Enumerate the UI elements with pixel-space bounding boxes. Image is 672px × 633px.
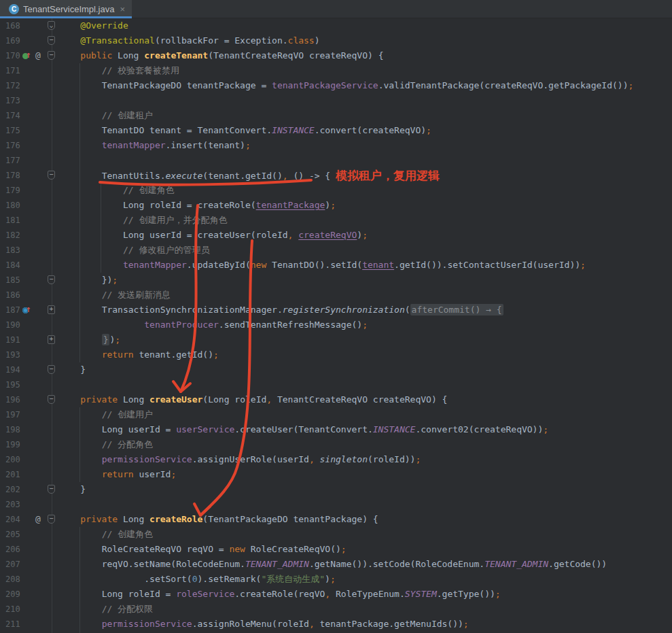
line-number[interactable]: 203 (5, 497, 20, 512)
fold-marker-icon[interactable]: + (48, 305, 55, 314)
line-number[interactable]: 210 (5, 602, 20, 617)
line-number[interactable]: 180 (5, 198, 20, 213)
line-number[interactable]: 182 (5, 228, 20, 243)
code-line[interactable]: 178− TenantUtils.execute(tenant.getId(),… (0, 168, 672, 183)
code-line[interactable]: 176 tenantMapper.insert(tenant); (0, 138, 672, 153)
line-number[interactable]: 186 (5, 288, 20, 303)
code-line[interactable]: 185− }); (0, 273, 672, 288)
code-line[interactable]: 210 // 分配权限 (0, 602, 672, 617)
fold-marker-icon[interactable]: − (48, 275, 55, 284)
line-number[interactable]: 170 (5, 48, 20, 63)
code-line[interactable]: 171 // 校验套餐被禁用 (0, 63, 672, 78)
line-number[interactable]: 183 (5, 243, 20, 258)
fold-marker-icon[interactable]: ⌄ (48, 21, 55, 30)
code-line[interactable]: 187↑+ TransactionSynchronizationManager.… (0, 303, 672, 318)
code-line[interactable]: 168⌄ @Override (0, 18, 672, 33)
fold-marker-icon[interactable]: − (48, 515, 55, 524)
fold-marker-icon[interactable]: − (48, 485, 55, 494)
code-line[interactable]: 190 tenantProducer.sendTenantRefreshMess… (0, 318, 672, 332)
override-marker-icon[interactable]: ↑ (22, 50, 32, 61)
code-line[interactable]: 202− } (0, 482, 672, 497)
code-line[interactable]: 179 // 创建角色 (0, 183, 672, 198)
fold-marker-icon[interactable]: − (48, 365, 55, 374)
line-number[interactable]: 175 (5, 123, 20, 138)
code-line[interactable]: 196− private Long createUser(Long roleId… (0, 392, 672, 407)
fold-marker-icon[interactable]: − (48, 395, 55, 404)
line-number[interactable]: 198 (5, 422, 20, 437)
code-line[interactable]: 198 Long userId = userService.createUser… (0, 422, 672, 437)
code-line[interactable]: 175 TenantDO tenant = TenantConvert.INST… (0, 123, 672, 138)
code-line[interactable]: 201 return userId; (0, 467, 672, 482)
fold-marker-icon[interactable]: − (48, 51, 55, 60)
line-number[interactable]: 202 (5, 482, 20, 497)
line-number[interactable]: 197 (5, 407, 20, 422)
line-number[interactable]: 194 (5, 362, 20, 377)
line-number[interactable]: 176 (5, 138, 20, 153)
code-line[interactable]: 211 permissionService.assignRoleMenu(rol… (0, 617, 672, 632)
annotation-gutter-icon[interactable]: @ (33, 48, 43, 63)
line-number[interactable]: 193 (5, 347, 20, 362)
code-line[interactable]: 174 // 创建租户 (0, 108, 672, 123)
fold-marker-icon[interactable]: − (48, 36, 55, 45)
code-line[interactable]: 203 (0, 497, 672, 512)
line-number[interactable]: 178 (5, 168, 20, 183)
code-line[interactable]: 181 // 创建用户，并分配角色 (0, 213, 672, 228)
code-line[interactable]: 197 // 创建用户 (0, 407, 672, 422)
line-number[interactable]: 201 (5, 467, 20, 482)
annotation-gutter-icon[interactable]: @ (33, 512, 43, 527)
line-number[interactable]: 207 (5, 557, 20, 572)
line-number[interactable]: 204 (5, 512, 20, 527)
code-line[interactable]: 193 return tenant.getId(); (0, 347, 672, 362)
line-number[interactable]: 187 (5, 303, 20, 318)
line-number[interactable]: 195 (5, 377, 20, 392)
line-number[interactable]: 206 (5, 542, 20, 557)
code-line[interactable]: 180 Long roleId = createRole(tenantPacka… (0, 198, 672, 213)
code-line[interactable]: 207 reqVO.setName(RoleCodeEnum.TENANT_AD… (0, 557, 672, 572)
line-number[interactable]: 199 (5, 437, 20, 452)
line-number[interactable]: 177 (5, 153, 20, 168)
code-line[interactable]: 182 Long userId = createUser(roleId, cre… (0, 228, 672, 243)
line-number[interactable]: 168 (5, 18, 20, 33)
fold-marker-icon[interactable]: − (48, 171, 55, 179)
line-number[interactable]: 205 (5, 527, 20, 542)
code-line[interactable]: 199 // 分配角色 (0, 437, 672, 452)
code-line[interactable]: 184 tenantMapper.updateById(new TenantDO… (0, 258, 672, 273)
tab-tenantserviceimpl-java[interactable]: C TenantServiceImpl.java × (0, 0, 132, 18)
fold-marker-icon[interactable]: + (48, 335, 55, 344)
code-line[interactable]: 208 .setSort(0).setRemark("系统自动生成"); (0, 572, 672, 587)
line-number[interactable]: 184 (5, 258, 20, 273)
line-number[interactable]: 191 (5, 332, 20, 347)
code-editor[interactable]: 168⌄ @Override169− @Transactional(rollba… (0, 18, 672, 633)
line-number[interactable]: 209 (5, 587, 20, 602)
tab-close-icon[interactable]: × (120, 4, 125, 14)
code-line[interactable]: 169− @Transactional(rollbackFor = Except… (0, 33, 672, 48)
line-number[interactable]: 181 (5, 213, 20, 228)
code-line[interactable]: 194− } (0, 362, 672, 377)
code-line[interactable]: 183 // 修改租户的管理员 (0, 243, 672, 258)
line-number[interactable]: 169 (5, 33, 20, 48)
line-number[interactable]: 190 (5, 318, 20, 332)
code-line[interactable]: 173 (0, 93, 672, 108)
line-number[interactable]: 179 (5, 183, 20, 198)
code-line[interactable]: 170↑@− public Long createTenant(TenantCr… (0, 48, 672, 63)
code-line[interactable]: 191+ }); (0, 332, 672, 347)
code-line[interactable]: 172 TenantPackageDO tenantPackage = tena… (0, 78, 672, 93)
line-number[interactable]: 173 (5, 93, 20, 108)
code-line[interactable]: 206 RoleCreateReqVO reqVO = new RoleCrea… (0, 542, 672, 557)
line-number[interactable]: 211 (5, 617, 20, 632)
line-number[interactable]: 208 (5, 572, 20, 587)
code-line[interactable]: 205 // 创建角色 (0, 527, 672, 542)
override-marker-icon[interactable]: ↑ (22, 305, 32, 315)
line-number[interactable]: 196 (5, 392, 20, 407)
line-number[interactable]: 174 (5, 108, 20, 123)
code-line[interactable]: 209 Long roleId = roleService.createRole… (0, 587, 672, 602)
line-number[interactable]: 200 (5, 452, 20, 467)
line-number[interactable]: 172 (5, 78, 20, 93)
code-line[interactable]: 200 permissionService.assignUserRole(use… (0, 452, 672, 467)
code-line[interactable]: 195 (0, 377, 672, 392)
code-line[interactable]: 204@− private Long createRole(TenantPack… (0, 512, 672, 527)
line-number[interactable]: 185 (5, 273, 20, 288)
code-line[interactable]: 186 // 发送刷新消息 (0, 288, 672, 303)
line-number[interactable]: 171 (5, 63, 20, 78)
code-line[interactable]: 177 (0, 153, 672, 168)
